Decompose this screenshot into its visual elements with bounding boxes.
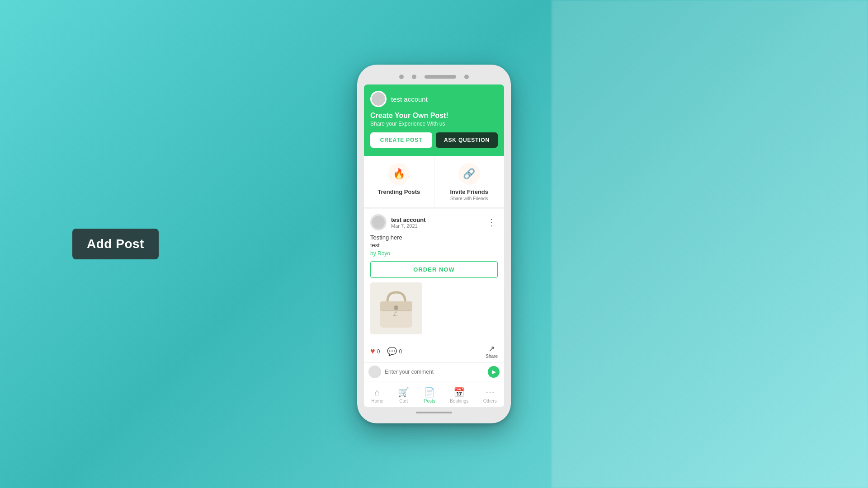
- home-icon: ⌂: [375, 387, 380, 398]
- phone-dot-right: [464, 75, 469, 79]
- bookings-icon: 📅: [453, 387, 465, 398]
- others-icon: ⋯: [486, 387, 495, 398]
- svg-rect-4: [395, 307, 397, 310]
- create-post-heading: Create Your Own Post!: [370, 112, 498, 120]
- avatar: [370, 91, 387, 107]
- user-row: test account: [370, 91, 498, 107]
- comment-input[interactable]: [385, 369, 484, 375]
- bottom-nav: ⌂ Home 🛒 Cart 📄 Posts 📅 Bookings ⋯ Other…: [364, 381, 504, 407]
- invite-friends-label: Invite Friends: [450, 188, 488, 195]
- nav-item-others[interactable]: ⋯ Others: [479, 385, 501, 405]
- add-post-label: Add Post: [72, 229, 159, 259]
- post-card: test account Mar 7, 2021 ⋮ Testing here …: [364, 209, 504, 340]
- create-post-button[interactable]: CREATE POST: [370, 132, 432, 148]
- phone-screen: test account Create Your Own Post! Share…: [364, 84, 504, 407]
- phone-frame: test account Create Your Own Post! Share…: [357, 65, 511, 423]
- comment-count: 0: [399, 348, 402, 355]
- comment-icon: 💬: [387, 347, 397, 357]
- svg-rect-6: [382, 310, 410, 311]
- comment-button[interactable]: 💬 0: [387, 347, 402, 357]
- nav-label-bookings: Bookings: [450, 399, 468, 404]
- share-icon: ↗: [488, 344, 495, 354]
- comment-send-button[interactable]: ▶: [488, 366, 500, 378]
- header-buttons: CREATE POST ASK QUESTION: [370, 132, 498, 148]
- trending-posts-label: Trending Posts: [377, 188, 420, 195]
- phone-home-bar: [416, 412, 452, 413]
- fire-icon: 🔥: [388, 163, 410, 185]
- comment-user-avatar: [368, 366, 381, 378]
- invite-friends-sublabel: Share with Friends: [450, 196, 488, 201]
- background-blur: [552, 0, 868, 488]
- post-by: by Royo: [370, 250, 498, 257]
- category-trending-posts[interactable]: 🔥 Trending Posts: [364, 156, 434, 207]
- send-icon: ▶: [492, 369, 496, 375]
- post-more-button[interactable]: ⋮: [485, 216, 498, 229]
- cart-icon: 🛒: [398, 387, 409, 398]
- share-label: Share: [486, 354, 498, 359]
- order-now-button[interactable]: ORDER NOW: [370, 261, 498, 278]
- post-username: test account: [391, 216, 426, 223]
- bag-illustration: ℒ: [370, 282, 422, 334]
- nav-label-others: Others: [483, 399, 497, 404]
- like-count: 0: [377, 348, 380, 355]
- avatar-inner: [372, 92, 385, 106]
- comment-input-row: ▶: [364, 362, 504, 381]
- post-body2: test: [370, 242, 498, 249]
- nav-item-bookings[interactable]: 📅 Bookings: [445, 385, 473, 405]
- nav-label-cart: Cart: [399, 399, 408, 404]
- nav-item-posts[interactable]: 📄 Posts: [420, 385, 440, 405]
- post-product-image: ℒ: [370, 282, 422, 334]
- post-footer: ♥ 0 💬 0 ↗ Share: [364, 340, 504, 362]
- nav-item-cart[interactable]: 🛒 Cart: [393, 385, 414, 405]
- post-body1: Testing here: [370, 234, 498, 241]
- category-row: 🔥 Trending Posts 🔗 Invite Friends Share …: [364, 156, 504, 208]
- phone-camera: [412, 75, 416, 79]
- share-button[interactable]: ↗ Share: [486, 344, 498, 359]
- post-avatar-inner: [372, 216, 385, 229]
- phone-speaker: [425, 75, 456, 79]
- nav-label-home: Home: [371, 399, 383, 404]
- username: test account: [391, 95, 428, 103]
- post-date: Mar 7, 2021: [391, 223, 426, 229]
- category-invite-friends[interactable]: 🔗 Invite Friends Share with Friends: [434, 156, 505, 207]
- post-avatar: [370, 214, 387, 230]
- green-header: test account Create Your Own Post! Share…: [364, 84, 504, 156]
- post-header: test account Mar 7, 2021 ⋮: [370, 214, 498, 230]
- svg-text:ℒ: ℒ: [393, 311, 398, 318]
- like-button[interactable]: ♥ 0: [370, 347, 380, 356]
- phone-top-bar: [362, 73, 506, 84]
- post-user-info: test account Mar 7, 2021: [370, 214, 426, 230]
- nav-label-posts: Posts: [424, 399, 435, 404]
- ask-question-button[interactable]: ASK QUESTION: [436, 132, 498, 148]
- create-post-sub: Share your Experience With us: [370, 121, 498, 127]
- heart-icon: ♥: [370, 347, 375, 356]
- nav-item-home[interactable]: ⌂ Home: [367, 385, 388, 405]
- phone-dot-left: [399, 75, 404, 79]
- link-icon: 🔗: [458, 163, 480, 185]
- posts-icon: 📄: [424, 387, 435, 398]
